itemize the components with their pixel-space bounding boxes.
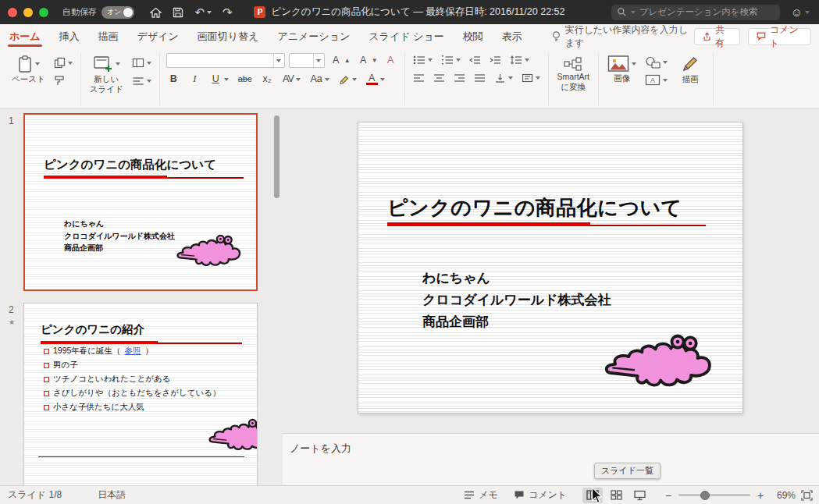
bold-button[interactable]: B: [166, 73, 181, 86]
text-direction-chevron-icon[interactable]: [536, 76, 540, 80]
insert-shapes-button[interactable]: [643, 55, 669, 69]
slide-layout-button[interactable]: [130, 56, 153, 69]
tab-animations[interactable]: アニメーション: [268, 24, 359, 48]
character-spacing-button[interactable]: AV: [280, 73, 302, 86]
text-highlight-button[interactable]: [337, 73, 358, 86]
pink-crocodile-drawing[interactable]: [604, 327, 722, 389]
font-name-chevron-icon[interactable]: [273, 54, 284, 67]
feedback-smiley-button[interactable]: ☺: [791, 5, 810, 19]
comments-toggle-button[interactable]: コメント: [514, 488, 567, 502]
zoom-in-button[interactable]: +: [756, 489, 765, 502]
underline-chevron-icon[interactable]: [224, 78, 229, 81]
character-spacing-chevron-icon[interactable]: [296, 78, 301, 81]
slide-2-thumbnail[interactable]: ピンクのワニの紹介 1995年春に誕生（参照） 男の子 ツチノコといわれたことが…: [23, 303, 258, 485]
insert-picture-button[interactable]: 画像: [605, 53, 639, 105]
font-size-combobox[interactable]: [289, 53, 325, 68]
numbering-button[interactable]: [440, 53, 462, 66]
zoom-slider[interactable]: [678, 494, 750, 496]
section-button[interactable]: [130, 74, 153, 87]
new-slide-button[interactable]: 新しい スライド: [87, 53, 126, 105]
tab-view[interactable]: 表示: [493, 24, 532, 48]
tab-transitions[interactable]: 画面切り替え: [188, 24, 269, 48]
slideshow-view-button[interactable]: [629, 488, 650, 503]
vertical-align-chevron-icon[interactable]: [508, 76, 513, 80]
redo-button[interactable]: ↷: [223, 5, 233, 20]
font-size-chevron-icon[interactable]: [313, 54, 324, 67]
slide-body-text[interactable]: わにちゃん クロコダイルワールド株式会社 商品企画部: [422, 268, 611, 333]
justify-button[interactable]: [472, 71, 487, 84]
tab-home[interactable]: ホーム: [0, 24, 50, 48]
zoom-window-button[interactable]: [39, 8, 48, 17]
minimize-window-button[interactable]: [23, 8, 33, 17]
new-slide-chevron-icon[interactable]: [116, 62, 120, 66]
search-scope-chevron-icon[interactable]: [631, 11, 636, 14]
align-text-vertical-button[interactable]: [493, 71, 515, 84]
language-indicator[interactable]: 日本語: [98, 488, 126, 502]
shapes-chevron-icon[interactable]: [663, 61, 668, 64]
paste-button[interactable]: ペースト: [9, 53, 48, 105]
search-input[interactable]: プレゼンテーション内を検索: [611, 5, 780, 20]
comments-button[interactable]: コメント: [748, 28, 811, 45]
align-left-button[interactable]: [411, 71, 426, 84]
decrease-indent-button[interactable]: [468, 53, 482, 66]
line-spacing-chevron-icon[interactable]: [525, 59, 529, 62]
draw-button[interactable]: 描画: [674, 53, 707, 105]
zoom-slider-thumb[interactable]: [700, 491, 710, 500]
tell-me-box[interactable]: 実行したい作業内容を入力します: [552, 23, 695, 50]
zoom-level[interactable]: 69%: [771, 490, 796, 501]
tab-slideshow[interactable]: スライド ショー: [359, 24, 453, 48]
format-painter-button[interactable]: [52, 74, 74, 87]
undo-chevron-icon[interactable]: [207, 11, 212, 14]
align-right-button[interactable]: [452, 71, 467, 84]
layout-chevron-icon[interactable]: [147, 62, 151, 65]
change-case-button[interactable]: Aa: [308, 73, 330, 86]
notes-pane[interactable]: ノートを入力: [283, 433, 819, 485]
fit-slide-button[interactable]: [801, 490, 813, 501]
close-window-button[interactable]: [8, 8, 17, 17]
copy-chevron-icon[interactable]: [68, 62, 73, 65]
share-button[interactable]: 共有: [694, 28, 740, 45]
change-case-chevron-icon[interactable]: [325, 78, 329, 81]
slide-title-text[interactable]: ピンクのワニの商品化について: [387, 194, 682, 222]
copy-button[interactable]: [52, 56, 74, 69]
bullets-chevron-icon[interactable]: [428, 59, 433, 62]
slide-counter[interactable]: スライド 1/8: [8, 488, 62, 502]
slide-1-thumbnail[interactable]: ピンクのワニの商品化について わにちゃん クロコダイルワールド株式会社 商品企画…: [23, 113, 258, 291]
section-chevron-icon[interactable]: [147, 80, 151, 83]
autosave-toggle[interactable]: オン: [101, 6, 134, 19]
picture-chevron-icon[interactable]: [632, 62, 636, 66]
save-icon[interactable]: [173, 7, 183, 18]
underline-button[interactable]: U: [208, 73, 230, 86]
shrink-font-button[interactable]: A▼: [356, 54, 379, 67]
tab-draw[interactable]: 描画: [89, 24, 128, 48]
home-icon[interactable]: [150, 7, 162, 18]
numbering-chevron-icon[interactable]: [456, 59, 461, 62]
insert-textbox-button[interactable]: A: [643, 73, 669, 87]
zoom-out-button[interactable]: −: [664, 489, 673, 502]
grow-font-button[interactable]: A▲: [329, 54, 352, 67]
line-spacing-button[interactable]: [508, 53, 531, 66]
subscript-button[interactable]: x₂: [259, 73, 274, 86]
clear-formatting-button[interactable]: A: [383, 54, 398, 67]
notes-toggle-button[interactable]: メモ: [464, 488, 498, 502]
text-direction-button[interactable]: [520, 71, 542, 84]
smartart-convert-button[interactable]: SmartArt に変換: [555, 53, 592, 105]
tab-design[interactable]: デザイン: [128, 24, 188, 48]
font-color-button[interactable]: A: [365, 73, 386, 86]
font-name-combobox[interactable]: [166, 53, 285, 68]
font-color-chevron-icon[interactable]: [380, 78, 385, 81]
slide-canvas[interactable]: ピンクのワニの商品化について わにちゃん クロコダイルワールド株式会社 商品企画…: [358, 122, 742, 413]
increase-indent-button[interactable]: [488, 53, 503, 66]
bullets-button[interactable]: [411, 53, 434, 66]
reference-link[interactable]: 参照: [125, 346, 141, 357]
tab-insert[interactable]: 挿入: [50, 24, 89, 48]
slide-sorter-view-button[interactable]: [606, 488, 626, 503]
strikethrough-button[interactable]: abc: [237, 73, 254, 86]
align-center-button[interactable]: [432, 71, 447, 84]
thumbnail-scrollbar[interactable]: [274, 115, 280, 198]
italic-button[interactable]: I: [187, 73, 202, 86]
tab-review[interactable]: 校閲: [454, 24, 493, 48]
undo-button[interactable]: ↶: [194, 5, 212, 20]
paste-chevron-icon[interactable]: [35, 62, 40, 66]
textbox-chevron-icon[interactable]: [663, 79, 668, 82]
